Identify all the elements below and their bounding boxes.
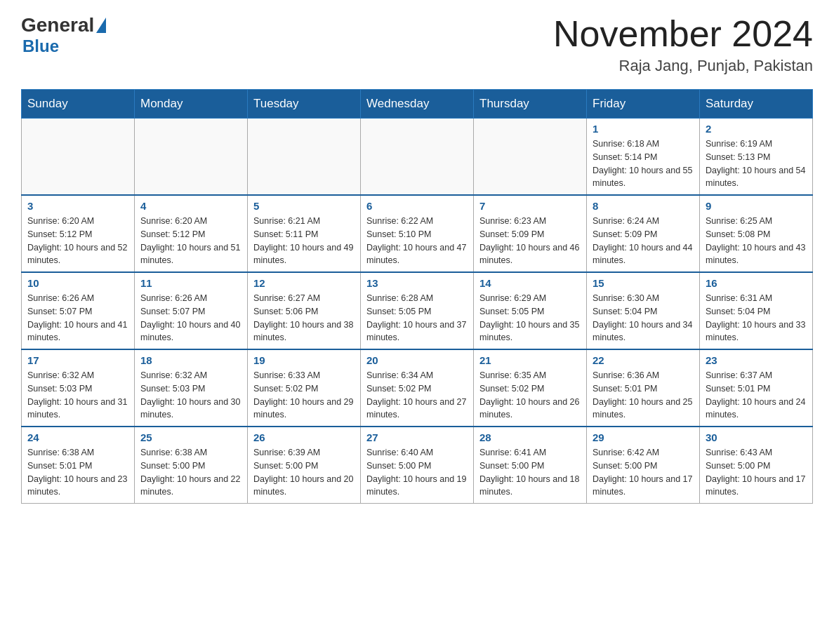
day-number: 3 xyxy=(27,200,128,212)
calendar-header-tuesday: Tuesday xyxy=(248,90,361,119)
calendar-week-3: 10Sunrise: 6:26 AMSunset: 5:07 PMDayligh… xyxy=(22,272,813,349)
calendar-week-4: 17Sunrise: 6:32 AMSunset: 5:03 PMDayligh… xyxy=(22,349,813,427)
calendar-cell-19: 19Sunrise: 6:33 AMSunset: 5:02 PMDayligh… xyxy=(248,349,361,427)
calendar-cell-4: 4Sunrise: 6:20 AMSunset: 5:12 PMDaylight… xyxy=(135,195,248,272)
page-header: General Blue November 2024 Raja Jang, Pu… xyxy=(21,14,813,75)
logo-blue-label: Blue xyxy=(22,36,59,56)
day-info: Sunrise: 6:20 AMSunset: 5:12 PMDaylight:… xyxy=(27,215,128,267)
calendar-header-monday: Monday xyxy=(135,90,248,119)
calendar-cell-10: 10Sunrise: 6:26 AMSunset: 5:07 PMDayligh… xyxy=(22,272,135,349)
day-info: Sunrise: 6:37 AMSunset: 5:01 PMDaylight:… xyxy=(706,369,807,422)
day-number: 29 xyxy=(593,431,694,443)
calendar-cell-20: 20Sunrise: 6:34 AMSunset: 5:02 PMDayligh… xyxy=(361,349,474,427)
day-info: Sunrise: 6:42 AMSunset: 5:00 PMDaylight:… xyxy=(593,446,694,499)
calendar-header-friday: Friday xyxy=(587,90,700,119)
day-number: 24 xyxy=(27,431,128,443)
calendar-cell-25: 25Sunrise: 6:38 AMSunset: 5:00 PMDayligh… xyxy=(135,427,248,504)
calendar-week-5: 24Sunrise: 6:38 AMSunset: 5:01 PMDayligh… xyxy=(22,427,813,504)
calendar-cell-7: 7Sunrise: 6:23 AMSunset: 5:09 PMDaylight… xyxy=(474,195,587,272)
calendar-cell-18: 18Sunrise: 6:32 AMSunset: 5:03 PMDayligh… xyxy=(135,349,248,427)
calendar-cell-12: 12Sunrise: 6:27 AMSunset: 5:06 PMDayligh… xyxy=(248,272,361,349)
logo-triangle-icon xyxy=(96,18,106,33)
day-number: 16 xyxy=(706,277,807,289)
calendar-cell-16: 16Sunrise: 6:31 AMSunset: 5:04 PMDayligh… xyxy=(700,272,813,349)
calendar-cell-13: 13Sunrise: 6:28 AMSunset: 5:05 PMDayligh… xyxy=(361,272,474,349)
calendar-cell-8: 8Sunrise: 6:24 AMSunset: 5:09 PMDaylight… xyxy=(587,195,700,272)
day-info: Sunrise: 6:38 AMSunset: 5:01 PMDaylight:… xyxy=(27,446,128,499)
day-number: 2 xyxy=(706,123,807,135)
day-number: 26 xyxy=(253,431,355,443)
day-number: 1 xyxy=(593,123,694,135)
day-number: 4 xyxy=(140,200,241,212)
day-info: Sunrise: 6:33 AMSunset: 5:02 PMDaylight:… xyxy=(253,369,355,422)
day-info: Sunrise: 6:38 AMSunset: 5:00 PMDaylight:… xyxy=(140,446,241,499)
calendar-cell-11: 11Sunrise: 6:26 AMSunset: 5:07 PMDayligh… xyxy=(135,272,248,349)
day-number: 8 xyxy=(593,200,694,212)
calendar-header-wednesday: Wednesday xyxy=(361,90,474,119)
day-info: Sunrise: 6:22 AMSunset: 5:10 PMDaylight:… xyxy=(366,215,468,267)
day-info: Sunrise: 6:43 AMSunset: 5:00 PMDaylight:… xyxy=(706,446,807,499)
calendar-cell-empty xyxy=(474,119,587,196)
calendar-week-1: 1Sunrise: 6:18 AMSunset: 5:14 PMDaylight… xyxy=(22,119,813,196)
calendar-header-sunday: Sunday xyxy=(22,90,135,119)
day-info: Sunrise: 6:26 AMSunset: 5:07 PMDaylight:… xyxy=(27,292,128,344)
calendar-header-saturday: Saturday xyxy=(700,90,813,119)
calendar-cell-2: 2Sunrise: 6:19 AMSunset: 5:13 PMDaylight… xyxy=(700,119,813,196)
day-number: 17 xyxy=(27,354,128,366)
day-number: 15 xyxy=(593,277,694,289)
day-number: 7 xyxy=(479,200,581,212)
logo-general-label: General xyxy=(21,14,94,36)
day-number: 12 xyxy=(253,277,355,289)
day-number: 28 xyxy=(479,431,581,443)
calendar-cell-28: 28Sunrise: 6:41 AMSunset: 5:00 PMDayligh… xyxy=(474,427,587,504)
calendar-cell-24: 24Sunrise: 6:38 AMSunset: 5:01 PMDayligh… xyxy=(22,427,135,504)
calendar-cell-27: 27Sunrise: 6:40 AMSunset: 5:00 PMDayligh… xyxy=(361,427,474,504)
calendar-cell-15: 15Sunrise: 6:30 AMSunset: 5:04 PMDayligh… xyxy=(587,272,700,349)
calendar-cell-6: 6Sunrise: 6:22 AMSunset: 5:10 PMDaylight… xyxy=(361,195,474,272)
day-info: Sunrise: 6:19 AMSunset: 5:13 PMDaylight:… xyxy=(706,137,807,190)
day-number: 11 xyxy=(140,277,241,289)
calendar-cell-3: 3Sunrise: 6:20 AMSunset: 5:12 PMDaylight… xyxy=(22,195,135,272)
calendar-header-row: SundayMondayTuesdayWednesdayThursdayFrid… xyxy=(22,90,813,119)
day-info: Sunrise: 6:39 AMSunset: 5:00 PMDaylight:… xyxy=(253,446,355,499)
day-info: Sunrise: 6:40 AMSunset: 5:00 PMDaylight:… xyxy=(366,446,468,499)
day-info: Sunrise: 6:27 AMSunset: 5:06 PMDaylight:… xyxy=(253,292,355,344)
day-number: 30 xyxy=(706,431,807,443)
logo: General Blue xyxy=(21,14,106,56)
logo-general-text: General xyxy=(21,14,106,36)
day-number: 22 xyxy=(593,354,694,366)
day-info: Sunrise: 6:24 AMSunset: 5:09 PMDaylight:… xyxy=(593,215,694,267)
calendar-cell-29: 29Sunrise: 6:42 AMSunset: 5:00 PMDayligh… xyxy=(587,427,700,504)
calendar-cell-30: 30Sunrise: 6:43 AMSunset: 5:00 PMDayligh… xyxy=(700,427,813,504)
day-info: Sunrise: 6:21 AMSunset: 5:11 PMDaylight:… xyxy=(253,215,355,267)
day-number: 9 xyxy=(706,200,807,212)
day-number: 23 xyxy=(706,354,807,366)
calendar-cell-empty xyxy=(22,119,135,196)
day-number: 14 xyxy=(479,277,581,289)
day-info: Sunrise: 6:31 AMSunset: 5:04 PMDaylight:… xyxy=(706,292,807,344)
day-info: Sunrise: 6:36 AMSunset: 5:01 PMDaylight:… xyxy=(593,369,694,422)
month-year-title: November 2024 xyxy=(553,14,813,54)
day-info: Sunrise: 6:18 AMSunset: 5:14 PMDaylight:… xyxy=(593,137,694,190)
calendar-cell-26: 26Sunrise: 6:39 AMSunset: 5:00 PMDayligh… xyxy=(248,427,361,504)
title-block: November 2024 Raja Jang, Punjab, Pakista… xyxy=(553,14,813,75)
calendar-cell-22: 22Sunrise: 6:36 AMSunset: 5:01 PMDayligh… xyxy=(587,349,700,427)
day-info: Sunrise: 6:32 AMSunset: 5:03 PMDaylight:… xyxy=(140,369,241,422)
calendar-cell-21: 21Sunrise: 6:35 AMSunset: 5:02 PMDayligh… xyxy=(474,349,587,427)
day-number: 18 xyxy=(140,354,241,366)
day-info: Sunrise: 6:41 AMSunset: 5:00 PMDaylight:… xyxy=(479,446,581,499)
calendar-table: SundayMondayTuesdayWednesdayThursdayFrid… xyxy=(21,89,813,504)
day-number: 25 xyxy=(140,431,241,443)
day-info: Sunrise: 6:34 AMSunset: 5:02 PMDaylight:… xyxy=(366,369,468,422)
day-info: Sunrise: 6:23 AMSunset: 5:09 PMDaylight:… xyxy=(479,215,581,267)
calendar-cell-9: 9Sunrise: 6:25 AMSunset: 5:08 PMDaylight… xyxy=(700,195,813,272)
day-number: 27 xyxy=(366,431,468,443)
calendar-cell-17: 17Sunrise: 6:32 AMSunset: 5:03 PMDayligh… xyxy=(22,349,135,427)
day-number: 20 xyxy=(366,354,468,366)
day-number: 13 xyxy=(366,277,468,289)
day-info: Sunrise: 6:28 AMSunset: 5:05 PMDaylight:… xyxy=(366,292,468,344)
calendar-cell-23: 23Sunrise: 6:37 AMSunset: 5:01 PMDayligh… xyxy=(700,349,813,427)
day-info: Sunrise: 6:26 AMSunset: 5:07 PMDaylight:… xyxy=(140,292,241,344)
calendar-cell-empty xyxy=(361,119,474,196)
calendar-week-2: 3Sunrise: 6:20 AMSunset: 5:12 PMDaylight… xyxy=(22,195,813,272)
